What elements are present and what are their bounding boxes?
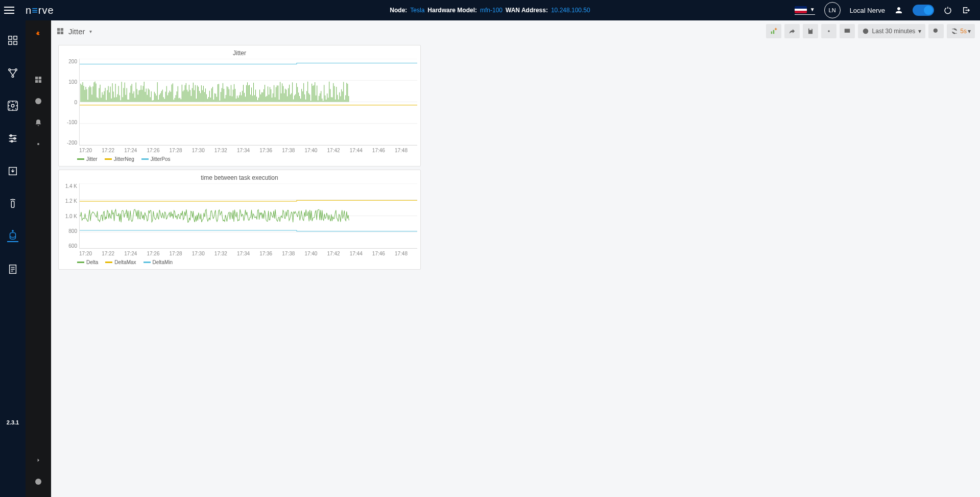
zoom-out-button[interactable] [928, 24, 944, 38]
y-axis: 1.4 K1.2 K1.0 K800600 [62, 183, 79, 249]
chevron-down-icon: ▾ [918, 28, 921, 35]
grafana-sidebar [26, 20, 51, 497]
avatar[interactable]: LN [824, 2, 841, 18]
svg-point-20 [37, 143, 39, 145]
sidebar-item-docs[interactable] [7, 264, 18, 275]
grafana-config-icon[interactable] [34, 140, 42, 148]
grafana-help-icon[interactable] [34, 478, 42, 486]
user-icon[interactable] [894, 6, 903, 15]
panel-jitter: Jitter 2001000-100-200 17:2017:2217:2417… [58, 45, 421, 167]
sidebar-item-settings[interactable] [7, 100, 18, 111]
refresh-button[interactable]: 5s ▾ [947, 24, 975, 38]
share-button[interactable] [784, 24, 800, 38]
svg-rect-15 [35, 77, 38, 79]
sidebar-item-remote[interactable] [7, 198, 18, 209]
dashboard-title-dropdown[interactable]: Jitter ▾ [56, 27, 92, 36]
svg-rect-23 [61, 28, 63, 31]
svg-rect-22 [57, 28, 60, 31]
grafana-explore-icon[interactable] [34, 97, 42, 105]
svg-rect-1 [14, 36, 17, 39]
view-mode-button[interactable] [840, 24, 855, 38]
logout-icon[interactable] [962, 6, 971, 15]
grafana-alert-icon[interactable] [34, 119, 42, 127]
add-panel-button[interactable] [766, 24, 781, 38]
language-selector[interactable]: ▼ [795, 6, 815, 15]
node-value: Tesla [410, 7, 424, 14]
panel-delta: time between task execution 1.4 K1.2 K1.… [58, 170, 421, 270]
chevron-down-icon: ▼ [810, 7, 815, 12]
y-axis: 2001000-100-200 [62, 59, 79, 146]
svg-rect-24 [57, 32, 60, 34]
reboot-icon[interactable] [943, 6, 952, 15]
legend: JitterJitterNegJitterPos [62, 153, 417, 163]
sidebar-item-dashboard[interactable] [7, 35, 18, 46]
logo-e: ≡ [32, 5, 38, 16]
dashboard-toolbar: Last 30 minutes ▾ 5s ▾ [766, 24, 975, 38]
node-info: Node: Tesla Hardware Model: mfn-100 WAN … [390, 7, 590, 14]
topbar: n≡rve Node: Tesla Hardware Model: mfn-10… [0, 0, 980, 20]
svg-rect-3 [14, 41, 17, 44]
wan-value: 10.248.100.50 [551, 7, 590, 14]
svg-point-29 [934, 29, 938, 33]
svg-rect-16 [39, 77, 41, 79]
svg-point-4 [9, 69, 11, 71]
hw-value: mfn-100 [480, 7, 503, 14]
chevron-down-icon: ▾ [89, 29, 92, 34]
menu-icon[interactable] [4, 3, 19, 18]
svg-rect-27 [844, 29, 850, 33]
svg-rect-18 [39, 80, 41, 83]
svg-rect-2 [9, 41, 12, 44]
settings-button[interactable] [821, 24, 836, 38]
node-label: Node: [390, 7, 407, 14]
user-name: Local Nerve [850, 7, 885, 14]
wan-label: WAN Address: [506, 7, 548, 14]
svg-point-6 [12, 76, 14, 78]
time-range-button[interactable]: Last 30 minutes ▾ [858, 24, 926, 38]
grafana-add-icon[interactable] [34, 54, 42, 62]
sidebar-item-network[interactable] [7, 67, 18, 79]
svg-point-7 [11, 104, 14, 107]
dashboard-grid-icon [56, 27, 64, 35]
main-content: Jitter ▾ Last 30 minutes ▾ 5s ▾ [51, 20, 980, 497]
logo-rve: rve [38, 5, 54, 16]
logo-n: n [26, 5, 32, 16]
time-range-label: Last 30 minutes [872, 28, 916, 35]
topbar-right: ▼ LN Local Nerve [795, 2, 980, 18]
hw-label: Hardware Model: [427, 7, 477, 14]
dashboard-header: Jitter ▾ Last 30 minutes ▾ 5s ▾ [51, 20, 980, 42]
refresh-interval: 5s [960, 28, 967, 35]
chart-canvas [80, 183, 417, 248]
panel-title: time between task execution [62, 173, 417, 183]
x-axis: 17:2017:2217:2417:2617:2817:3017:3217:34… [62, 146, 417, 153]
svg-point-26 [828, 30, 830, 32]
x-axis: 17:2017:2217:2417:2617:2817:3017:3217:34… [62, 249, 417, 256]
panel-title: Jitter [62, 49, 417, 59]
sidebar-item-sliders[interactable] [7, 133, 18, 144]
sidebar-item-download[interactable] [7, 165, 18, 177]
chart-canvas [80, 59, 417, 145]
dashboard-title: Jitter [68, 27, 85, 36]
svg-rect-13 [11, 201, 14, 208]
sidebar-item-data[interactable] [7, 231, 18, 242]
toggle-switch[interactable] [913, 5, 934, 16]
grafana-logo-icon[interactable] [31, 27, 45, 41]
save-button[interactable] [803, 24, 818, 38]
brand-logo[interactable]: n≡rve [26, 5, 54, 16]
svg-rect-17 [35, 80, 38, 83]
legend: DeltaDeltaMaxDeltaMin [62, 256, 417, 266]
flag-icon [795, 6, 807, 13]
grafana-dashboards-icon[interactable] [34, 76, 42, 84]
svg-point-5 [15, 69, 17, 71]
svg-rect-25 [61, 32, 63, 34]
version-label: 2.3.1 [7, 419, 19, 425]
nerve-sidebar: 2.3.1 [0, 20, 26, 497]
grafana-signin-icon[interactable] [34, 456, 42, 464]
svg-rect-0 [9, 36, 12, 39]
chevron-down-icon: ▾ [968, 28, 971, 35]
